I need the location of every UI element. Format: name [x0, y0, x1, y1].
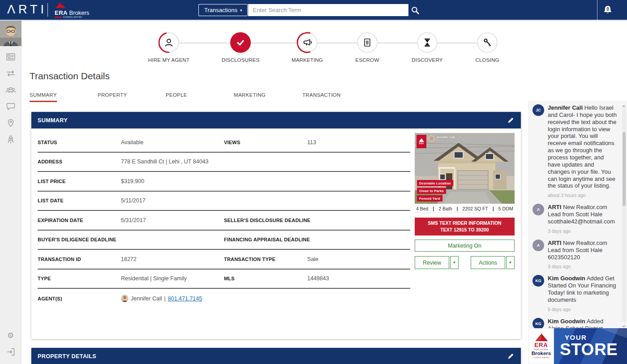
tab-people[interactable]: PEOPLE [166, 92, 187, 101]
stat-separator: | [457, 206, 458, 211]
field-value: 5/11/2017 [121, 197, 146, 204]
scroll-up-icon[interactable] [622, 102, 626, 107]
feed-scrollbar-thumb[interactable] [623, 132, 626, 206]
feed-item: KG Kim Goodwin Added Alpine School Distr… [533, 318, 617, 328]
location-pin-icon[interactable] [5, 117, 17, 129]
step-escrow[interactable]: ESCROW [336, 32, 399, 63]
banner-store-art[interactable]: YOUR STORE [554, 328, 627, 364]
field-label: MLS [224, 276, 307, 281]
review-caret-button[interactable]: ▼ [450, 256, 459, 269]
listing-feature-tags: Desirable Location Close to Parks Fenced… [417, 180, 453, 201]
user-avatar[interactable] [0, 21, 21, 46]
activity-feed: JC Jennifer Call Hello Israel and Carol-… [528, 101, 627, 328]
field-label: STATUS [38, 140, 121, 145]
tab-property[interactable]: PROPERTY [98, 92, 127, 101]
field-label: TRANSACTION ID [38, 257, 121, 262]
left-sidebar: ⚙ [0, 21, 21, 364]
feed-author: ARTI [548, 204, 561, 210]
era-consolidated: CONSOLIDATED [63, 16, 82, 18]
step-label: MARKETING [276, 57, 339, 63]
feed-item: A ARTI New Realtor.com Lead from Scott H… [533, 240, 617, 270]
topbar-search-group: Transactions ▾ [198, 4, 422, 16]
field-value: Available [121, 139, 144, 146]
scroll-down-icon[interactable] [622, 322, 626, 327]
review-button[interactable]: Review [415, 256, 449, 269]
launch-rocket-icon[interactable] [5, 134, 17, 146]
step-closing[interactable]: CLOSING [456, 32, 519, 63]
summary-panel-header: SUMMARY [31, 112, 521, 128]
marketing-on-button[interactable]: Marketing On [415, 240, 515, 252]
era-brand: ERA [55, 9, 68, 16]
field-value: Sale [307, 256, 318, 262]
feed-item: JC Jennifer Call Hello Israel and Carol-… [533, 104, 617, 198]
field-label: EXPIRATION DATE [38, 218, 121, 223]
step-label: DISCLOSURES [209, 57, 272, 63]
field-value: 18272 [121, 256, 137, 262]
step-hire-my-agent[interactable]: HIRE MY AGENT [137, 32, 200, 63]
app-root: ΛRTI ERA Brokers CONSOLIDATED Transactio… [0, 0, 627, 364]
search-icon[interactable] [408, 4, 422, 16]
field-row: ADDRESS778 E Sandhill Ct | Lehi , UT 840… [38, 153, 410, 172]
property-details-header: PROPERTY DETAILS [31, 348, 521, 364]
field-label: LIST DATE [38, 198, 121, 203]
settings-gear-icon[interactable]: ⚙ [5, 330, 17, 341]
field-label: VIEWS [224, 140, 307, 145]
edit-pencil-icon[interactable] [507, 352, 515, 360]
agent-avatar [121, 295, 129, 302]
id-card-icon[interactable] [5, 51, 17, 63]
field-row: LIST PRICE$319,900 [38, 172, 410, 192]
banner-era-logo: ERA REAL ESTATE Brokers CONSOLIDATED [528, 328, 554, 364]
sms-text-rider-button[interactable]: SMS TEXT RIDER INFORMATION TEXT 12915 TO… [415, 218, 515, 236]
step-label: HIRE MY AGENT [137, 57, 200, 63]
progress-arc [295, 30, 320, 55]
feed-avatar: JC [533, 104, 544, 116]
tab-marketing[interactable]: MARKETING [234, 92, 266, 101]
chat-bubble-icon[interactable] [5, 101, 17, 112]
caret-down-icon: ▼ [509, 261, 512, 265]
caret-down-icon: ▼ [453, 261, 456, 265]
listing-side-column: ERA Jennifer Call 801-471-7145 Desirable… [415, 133, 515, 308]
document-icon [362, 38, 372, 47]
tab-summary[interactable]: SUMMARY [30, 92, 57, 102]
transactions-shuffle-icon[interactable] [5, 68, 17, 79]
bell-count: 0 [606, 7, 609, 12]
transactions-dropdown-button[interactable]: Transactions ▾ [198, 4, 248, 16]
tab-transaction[interactable]: TRANSACTION [302, 92, 341, 101]
field-value: 1449843 [307, 275, 329, 282]
right-column: JC Jennifer Call Hello Israel and Carol-… [528, 21, 627, 364]
topbar-divider [47, 3, 48, 17]
step-discovery[interactable]: DISCOVERY [396, 32, 459, 63]
photo-agent-chip: Jennifer Call 801-471-7145 [429, 136, 455, 141]
step-marketing[interactable]: MARKETING [276, 32, 339, 63]
step-disclosures[interactable]: DISCLOSURES [209, 32, 272, 63]
era-brokers-logo: ERA Brokers CONSOLIDATED [55, 2, 89, 18]
field-value: $319,900 [121, 178, 144, 184]
notifications-bell-icon[interactable]: 0 [602, 4, 614, 16]
search-input[interactable] [248, 4, 408, 16]
agent-phone-link[interactable]: 801.471.7145 [168, 295, 202, 302]
feed-avatar: KG [533, 275, 544, 287]
era-brand2: Brokers [69, 9, 90, 16]
step-label: ESCROW [336, 57, 399, 63]
property-photo[interactable]: ERA Jennifer Call 801-471-7145 Desirable… [415, 133, 515, 204]
stat-dom: 5 DOM [498, 206, 513, 211]
field-value: 5/31/2017 [121, 217, 146, 223]
step-label: DISCOVERY [396, 57, 459, 63]
actions-button[interactable]: Actions [471, 256, 505, 269]
edit-pencil-icon[interactable] [507, 116, 515, 124]
feed-avatar: A [533, 240, 544, 251]
field-label: BUYER'S DILIGENCE DEADLINE [38, 237, 116, 242]
field-label: AGENT(S) [38, 296, 121, 301]
your-store-banner[interactable]: ERA REAL ESTATE Brokers CONSOLIDATED YOU… [528, 328, 627, 364]
sign-out-icon[interactable] [5, 346, 17, 358]
page-title: Transaction Details [30, 71, 110, 81]
main-content: HIRE MY AGENT DISCLOSURES MARKETING ESCR… [21, 21, 528, 364]
agent-name: Jennifer Call [131, 295, 162, 302]
property-details-title: PROPERTY DETAILS [38, 353, 507, 360]
contacts-group-icon[interactable] [5, 84, 17, 96]
actions-caret-button[interactable]: ▼ [506, 256, 515, 269]
field-label: SELLER'S DISCLOSURE DEADLINE [224, 218, 310, 223]
field-label: TYPE [38, 276, 121, 281]
feed-timestamp: 3 days ago [548, 228, 617, 234]
review-actions-row: Review ▼ Actions ▼ [415, 256, 515, 269]
